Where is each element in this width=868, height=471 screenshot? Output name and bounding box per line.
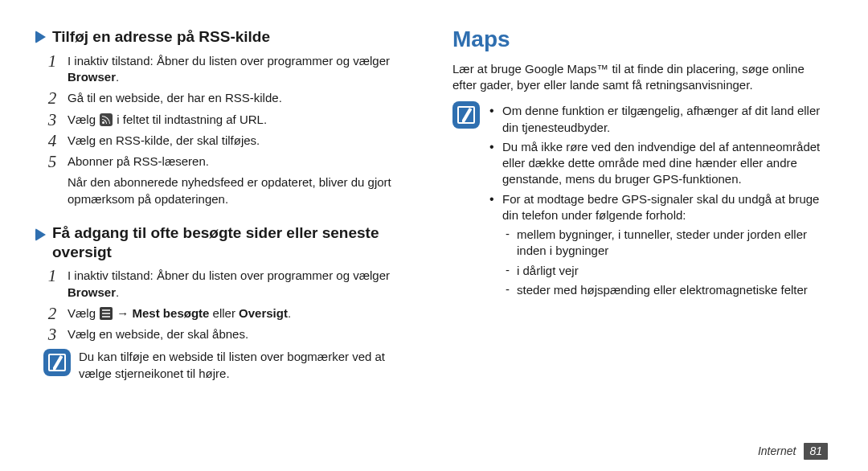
note-icon: [452, 101, 480, 129]
step-text: Gå til en webside, der har en RSS-kilde.: [68, 91, 282, 104]
section-heading-frequent: Få adgang til ofte besøgte sider eller s…: [35, 223, 411, 262]
step-post: i feltet til indtastning af URL.: [113, 113, 267, 126]
manual-page: Tilføj en adresse på RSS-kilde I inaktiv…: [0, 0, 868, 471]
bullet-item: For at modtage bedre GPS-signaler skal d…: [488, 190, 828, 304]
step-text: Vælg: [68, 306, 99, 320]
right-column: Maps Lær at bruge Google Maps™ til at fi…: [432, 24, 828, 463]
step-text: Abonner på RSS-læseren.: [68, 154, 209, 168]
step-item: I inaktiv tilstand: Åbner du listen over…: [43, 266, 411, 302]
note-bookmark-star: Du kan tilføje en webside til listen ove…: [43, 349, 411, 382]
step-text: I inaktiv tilstand: Åbner du listen over…: [68, 54, 390, 68]
dash-item: steder med højspænding eller elektromagn…: [502, 281, 828, 300]
step-item: Vælg i feltet til indtastning af URL.: [43, 110, 411, 129]
footer-section: Internet: [758, 444, 796, 459]
step-item: I inaktiv tilstand: Åbner du listen over…: [43, 51, 411, 88]
step-item: Vælg en webside, der skal åbnes.: [43, 325, 411, 344]
step-mid2: eller: [209, 306, 239, 320]
note-text: Du kan tilføje en webside til listen ove…: [79, 349, 411, 382]
step-mid: →: [113, 306, 132, 320]
step-text: Vælg: [68, 113, 99, 126]
rss-icon: [100, 113, 113, 126]
bullet-text: For at modtage bedre GPS-signaler skal d…: [502, 192, 819, 222]
step-continuation: Når den abonnerede nyhedsfeed er opdater…: [68, 174, 411, 207]
step-post: .: [116, 285, 119, 299]
step-post: .: [288, 306, 291, 320]
bullet-item: Du må ikke røre ved den indvendige del a…: [488, 137, 828, 190]
note-icon: [43, 349, 71, 376]
step-text: I inaktiv tilstand: Åbner du listen over…: [68, 268, 390, 282]
note-body: Om denne funktion er tilgængelig, afhæng…: [488, 101, 828, 303]
section-heading-rss: Tilføj en adresse på RSS-kilde: [35, 27, 411, 47]
step-item: Vælg → Mest besøgte eller Oversigt.: [43, 304, 411, 323]
maps-dashes: mellem bygninger, i tunneller, steder un…: [502, 225, 828, 300]
step-bold: Mest besøgte: [133, 306, 210, 320]
footer-page-number: 81: [804, 443, 828, 460]
section-title: Få adgang til ofte besøgte sider eller s…: [52, 223, 411, 262]
step-bold2: Oversigt: [239, 306, 288, 320]
maps-note: Om denne funktion er tilgængelig, afhæng…: [452, 101, 828, 303]
chevron-right-icon: [35, 31, 46, 43]
dash-item: i dårligt vejr: [502, 261, 828, 281]
step-post: .: [116, 70, 119, 84]
step-bold: Browser: [68, 285, 116, 299]
left-column: Tilføj en adresse på RSS-kilde I inaktiv…: [35, 24, 432, 463]
frequent-steps: I inaktiv tilstand: Åbner du listen over…: [43, 266, 411, 344]
section-title: Tilføj en adresse på RSS-kilde: [52, 27, 270, 47]
step-item: Gå til en webside, der har en RSS-kilde.: [43, 88, 411, 108]
step-item: Abonner på RSS-læseren.: [43, 152, 411, 171]
maps-intro: Lær at bruge Google Maps™ til at finde d…: [452, 61, 828, 94]
step-text: Vælg en RSS-kilde, der skal tilføjes.: [68, 133, 260, 147]
page-footer: Internet 81: [758, 443, 828, 460]
step-bold: Browser: [68, 70, 116, 84]
rss-steps: I inaktiv tilstand: Åbner du listen over…: [43, 51, 411, 172]
step-text: Vælg en webside, der skal åbnes.: [68, 327, 248, 341]
bullet-item: Om denne funktion er tilgængelig, afhæng…: [488, 101, 828, 137]
dash-item: mellem bygninger, i tunneller, steder un…: [502, 225, 828, 261]
maps-heading: Maps: [452, 24, 828, 55]
chevron-right-icon: [35, 228, 46, 241]
bookmarks-icon: [100, 307, 113, 320]
maps-bullets: Om denne funktion er tilgængelig, afhæng…: [488, 101, 828, 303]
step-item: Vælg en RSS-kilde, der skal tilføjes.: [43, 131, 411, 150]
